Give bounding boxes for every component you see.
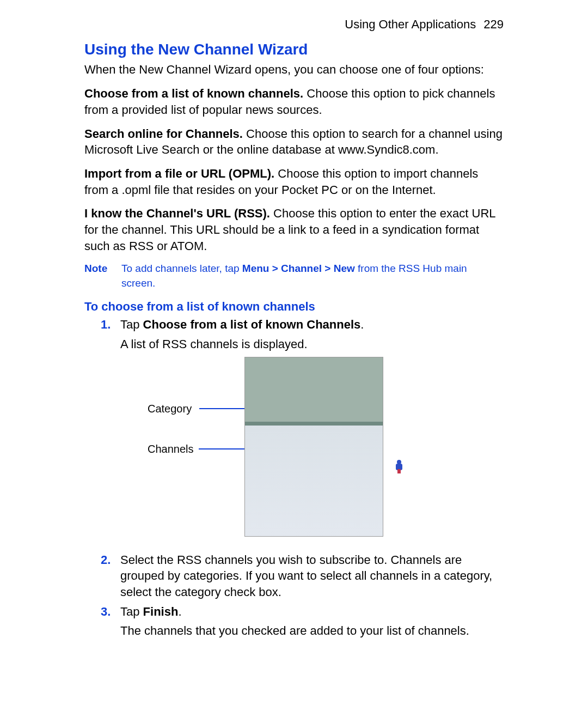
step-1: 1. Tap Choose from a list of known Chann… bbox=[101, 317, 504, 542]
note-pre: To add channels later, tap bbox=[121, 263, 242, 274]
step-2-num: 2. bbox=[101, 552, 111, 568]
option-3: Import from a file or URL (OPML). Choose… bbox=[84, 166, 504, 198]
person-icon bbox=[395, 460, 405, 474]
option-1: Choose from a list of known channels. Ch… bbox=[84, 86, 504, 118]
step-1-num: 1. bbox=[101, 317, 111, 333]
note-body: To add channels later, tap Menu > Channe… bbox=[121, 262, 504, 290]
steps-list: 1. Tap Choose from a list of known Chann… bbox=[84, 317, 504, 639]
option-4: I know the Channel's URL (RSS). Choose t… bbox=[84, 205, 504, 254]
note-bold: Menu > Channel > New bbox=[242, 263, 355, 274]
step-2-text: Select the RSS channels you wish to subs… bbox=[120, 553, 492, 599]
subheading: To choose from a list of known channels bbox=[84, 299, 504, 315]
option-3-label: Import from a file or URL (OPML). bbox=[84, 167, 274, 180]
section-name: Using Other Applications bbox=[345, 17, 476, 31]
figure-area: Category Channels bbox=[120, 357, 504, 542]
option-2-label: Search online for Channels. bbox=[84, 127, 243, 141]
callout-category-label: Category bbox=[148, 402, 192, 416]
step-3-num: 3. bbox=[101, 604, 111, 620]
callout-channels-label: Channels bbox=[148, 442, 194, 457]
option-2: Search online for Channels. Choose this … bbox=[84, 126, 504, 158]
step-3-bold: Finish bbox=[143, 605, 179, 618]
step-1-pre: Tap bbox=[120, 318, 143, 331]
step-1-bold: Choose from a list of known Channels bbox=[143, 318, 361, 331]
note-label: Note bbox=[84, 262, 121, 290]
page-number: 229 bbox=[483, 17, 504, 31]
page-header: Using Other Applications 229 bbox=[84, 16, 504, 33]
step-3-pre: Tap bbox=[120, 605, 143, 618]
option-1-label: Choose from a list of known channels. bbox=[84, 87, 303, 100]
step-3: 3. Tap Finish. The channels that you che… bbox=[101, 604, 504, 639]
step-1-post: . bbox=[360, 318, 364, 331]
step-2: 2. Select the RSS channels you wish to s… bbox=[101, 552, 504, 600]
note-block: Note To add channels later, tap Menu > C… bbox=[84, 262, 504, 290]
screenshot-placeholder bbox=[244, 357, 383, 537]
page-title: Using the New Channel Wizard bbox=[84, 39, 504, 60]
step-3-sub: The channels that you checked are added … bbox=[120, 623, 504, 639]
intro-text: When the New Channel Wizard opens, you c… bbox=[84, 62, 504, 78]
step-1-sub: A list of RSS channels is displayed. bbox=[120, 336, 504, 353]
option-4-label: I know the Channel's URL (RSS). bbox=[84, 206, 270, 220]
step-3-post: . bbox=[178, 605, 181, 618]
